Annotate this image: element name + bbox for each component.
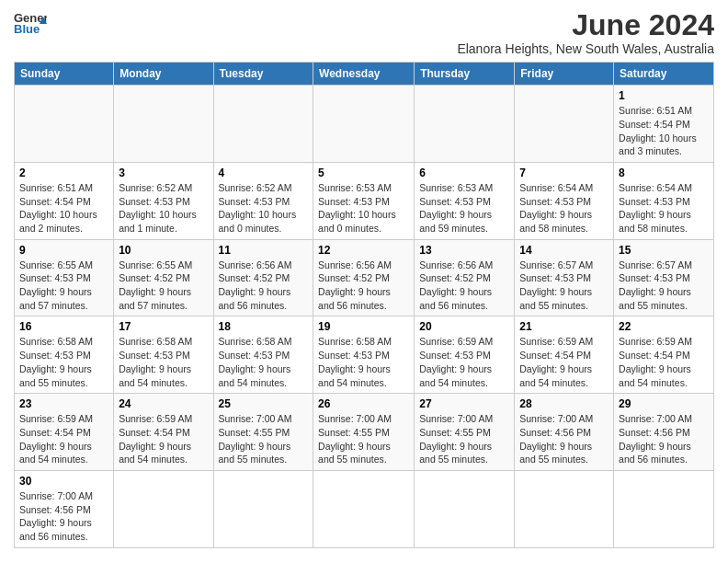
day-info: Sunrise: 6:59 AM Sunset: 4:54 PM Dayligh… [619,335,709,389]
calendar-cell-w5-d3: 25Sunrise: 7:00 AM Sunset: 4:55 PM Dayli… [213,394,313,471]
day-number: 4 [219,167,309,179]
calendar-cell-w6-d4 [313,470,415,547]
day-number: 9 [19,244,108,257]
page-title: June 2024 [457,9,714,41]
calendar-cell-w5-d1: 23Sunrise: 6:59 AM Sunset: 4:54 PM Dayli… [15,394,114,471]
calendar-cell-w2-d7: 8Sunrise: 6:54 AM Sunset: 4:53 PM Daylig… [614,162,714,239]
day-number: 5 [318,167,409,179]
title-area: June 2024 Elanora Heights, New South Wal… [457,9,714,56]
day-number: 11 [219,244,309,257]
calendar-cell-w6-d7 [614,470,714,547]
day-info: Sunrise: 6:59 AM Sunset: 4:54 PM Dayligh… [519,335,609,389]
calendar-cell-w1-d4 [313,86,415,163]
day-info: Sunrise: 6:51 AM Sunset: 4:54 PM Dayligh… [619,104,709,158]
calendar-cell-w1-d2 [114,86,213,163]
day-number: 13 [419,244,509,257]
day-number: 1 [619,89,709,102]
day-info: Sunrise: 6:58 AM Sunset: 4:53 PM Dayligh… [119,335,208,389]
day-info: Sunrise: 6:56 AM Sunset: 4:52 PM Dayligh… [219,259,309,313]
calendar-cell-w4-d7: 22Sunrise: 6:59 AM Sunset: 4:54 PM Dayli… [614,316,714,394]
day-number: 22 [619,320,709,333]
day-number: 20 [419,320,509,333]
calendar-cell-w6-d3 [213,470,313,547]
day-number: 3 [119,167,208,179]
col-saturday: Saturday [614,63,714,86]
day-info: Sunrise: 6:54 AM Sunset: 4:53 PM Dayligh… [619,181,709,236]
week-row-3: 9Sunrise: 6:55 AM Sunset: 4:53 PM Daylig… [15,239,714,316]
calendar-cell-w5-d5: 27Sunrise: 7:00 AM Sunset: 4:55 PM Dayli… [415,394,515,471]
calendar-cell-w1-d5 [415,86,515,163]
col-wednesday: Wednesday [313,63,415,86]
calendar-cell-w2-d4: 5Sunrise: 6:53 AM Sunset: 4:53 PM Daylig… [313,162,415,239]
day-info: Sunrise: 6:57 AM Sunset: 4:53 PM Dayligh… [619,259,709,313]
day-info: Sunrise: 7:00 AM Sunset: 4:56 PM Dayligh… [619,412,709,466]
calendar-cell-w2-d5: 6Sunrise: 6:53 AM Sunset: 4:53 PM Daylig… [415,162,515,239]
col-tuesday: Tuesday [213,63,313,86]
calendar-cell-w2-d3: 4Sunrise: 6:52 AM Sunset: 4:53 PM Daylig… [213,162,313,239]
day-info: Sunrise: 6:59 AM Sunset: 4:54 PM Dayligh… [119,412,208,466]
day-info: Sunrise: 6:58 AM Sunset: 4:53 PM Dayligh… [19,335,108,389]
day-info: Sunrise: 7:00 AM Sunset: 4:56 PM Dayligh… [19,489,108,544]
calendar-cell-w3-d5: 13Sunrise: 6:56 AM Sunset: 4:52 PM Dayli… [415,239,515,316]
calendar-cell-w3-d1: 9Sunrise: 6:55 AM Sunset: 4:53 PM Daylig… [15,239,114,316]
day-info: Sunrise: 6:53 AM Sunset: 4:53 PM Dayligh… [318,181,409,236]
calendar-cell-w2-d1: 2Sunrise: 6:51 AM Sunset: 4:54 PM Daylig… [15,162,114,239]
day-info: Sunrise: 6:52 AM Sunset: 4:53 PM Dayligh… [219,181,309,236]
day-info: Sunrise: 7:00 AM Sunset: 4:55 PM Dayligh… [318,412,409,466]
day-number: 17 [119,320,208,333]
day-info: Sunrise: 6:52 AM Sunset: 4:53 PM Dayligh… [119,181,208,236]
day-number: 24 [119,397,208,410]
calendar-cell-w4-d1: 16Sunrise: 6:58 AM Sunset: 4:53 PM Dayli… [15,316,114,394]
calendar-cell-w4-d4: 19Sunrise: 6:58 AM Sunset: 4:53 PM Dayli… [313,316,415,394]
calendar-cell-w3-d3: 11Sunrise: 6:56 AM Sunset: 4:52 PM Dayli… [213,239,313,316]
day-number: 6 [419,167,509,179]
day-number: 25 [219,397,309,410]
col-friday: Friday [515,63,614,86]
calendar-cell-w5-d2: 24Sunrise: 6:59 AM Sunset: 4:54 PM Dayli… [114,394,213,471]
header: General Blue June 2024 Elanora Heights, … [14,9,714,56]
day-info: Sunrise: 6:58 AM Sunset: 4:53 PM Dayligh… [318,335,409,389]
day-number: 12 [318,244,409,257]
col-monday: Monday [114,63,213,86]
calendar-cell-w3-d4: 12Sunrise: 6:56 AM Sunset: 4:52 PM Dayli… [313,239,415,316]
day-number: 26 [318,397,409,410]
day-number: 10 [119,244,208,257]
calendar-cell-w4-d6: 21Sunrise: 6:59 AM Sunset: 4:54 PM Dayli… [515,316,614,394]
day-number: 23 [19,397,108,410]
day-info: Sunrise: 7:00 AM Sunset: 4:55 PM Dayligh… [419,412,509,466]
day-info: Sunrise: 6:54 AM Sunset: 4:53 PM Dayligh… [519,181,609,236]
calendar-cell-w1-d7: 1Sunrise: 6:51 AM Sunset: 4:54 PM Daylig… [614,86,714,163]
week-row-6: 30Sunrise: 7:00 AM Sunset: 4:56 PM Dayli… [15,470,714,547]
day-number: 28 [519,397,609,410]
calendar-header-row: Sunday Monday Tuesday Wednesday Thursday… [15,63,714,86]
day-info: Sunrise: 6:56 AM Sunset: 4:52 PM Dayligh… [419,259,509,313]
calendar-cell-w5-d4: 26Sunrise: 7:00 AM Sunset: 4:55 PM Dayli… [313,394,415,471]
day-number: 19 [318,320,409,333]
day-info: Sunrise: 6:57 AM Sunset: 4:53 PM Dayligh… [519,259,609,313]
calendar-cell-w4-d3: 18Sunrise: 6:58 AM Sunset: 4:53 PM Dayli… [213,316,313,394]
calendar-cell-w1-d3 [213,86,313,163]
calendar-cell-w5-d7: 29Sunrise: 7:00 AM Sunset: 4:56 PM Dayli… [614,394,714,471]
calendar-cell-w4-d2: 17Sunrise: 6:58 AM Sunset: 4:53 PM Dayli… [114,316,213,394]
calendar-cell-w1-d1 [15,86,114,163]
calendar-cell-w2-d2: 3Sunrise: 6:52 AM Sunset: 4:53 PM Daylig… [114,162,213,239]
day-info: Sunrise: 6:56 AM Sunset: 4:52 PM Dayligh… [318,259,409,313]
day-info: Sunrise: 6:55 AM Sunset: 4:53 PM Dayligh… [19,259,108,313]
week-row-1: 1Sunrise: 6:51 AM Sunset: 4:54 PM Daylig… [15,86,714,163]
calendar-cell-w1-d6 [515,86,614,163]
day-info: Sunrise: 6:53 AM Sunset: 4:53 PM Dayligh… [419,181,509,236]
calendar-cell-w3-d7: 15Sunrise: 6:57 AM Sunset: 4:53 PM Dayli… [614,239,714,316]
calendar-cell-w6-d1: 30Sunrise: 7:00 AM Sunset: 4:56 PM Dayli… [15,470,114,547]
day-number: 27 [419,397,509,410]
day-info: Sunrise: 6:59 AM Sunset: 4:53 PM Dayligh… [419,335,509,389]
day-info: Sunrise: 6:58 AM Sunset: 4:53 PM Dayligh… [219,335,309,389]
day-info: Sunrise: 6:59 AM Sunset: 4:54 PM Dayligh… [19,412,108,466]
day-number: 16 [19,320,108,333]
day-info: Sunrise: 6:55 AM Sunset: 4:52 PM Dayligh… [119,259,208,313]
day-info: Sunrise: 6:51 AM Sunset: 4:54 PM Dayligh… [19,181,108,236]
day-number: 18 [219,320,309,333]
day-number: 8 [619,167,709,179]
week-row-4: 16Sunrise: 6:58 AM Sunset: 4:53 PM Dayli… [15,316,714,394]
generalblue-logo-icon: General Blue [14,9,47,37]
page-subtitle: Elanora Heights, New South Wales, Austra… [457,41,714,56]
